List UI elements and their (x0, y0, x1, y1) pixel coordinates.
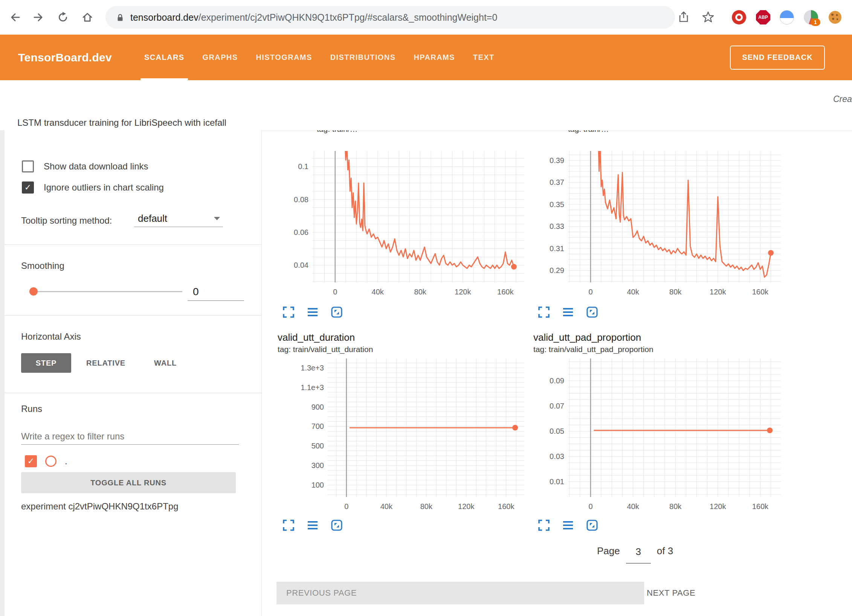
y-tick-label: 0.07 (550, 402, 564, 410)
toggle-all-runs-button[interactable]: TOGGLE ALL RUNS (21, 472, 236, 493)
smoothing-value-input[interactable]: 0 (188, 283, 244, 301)
show-download-links-row[interactable]: Show data download links (22, 160, 148, 172)
x-tick-label: 80k (669, 502, 682, 511)
tooltip-sorting-label: Tooltip sorting method: (21, 215, 112, 226)
chart-canvas[interactable]: 040k80k120k160k0.010.030.050.070.09 (542, 355, 784, 514)
page-gutter (0, 130, 5, 616)
y-tick-label: 0.06 (294, 228, 308, 236)
chart-canvas[interactable]: 040k80k120k160k0.290.310.330.350.370.39 (542, 148, 784, 299)
expand-chart-icon[interactable] (537, 305, 551, 319)
fit-domain-icon[interactable] (330, 305, 344, 319)
runs-list-icon[interactable] (561, 305, 575, 319)
run-name: . (65, 456, 67, 467)
expand-chart-icon[interactable] (281, 518, 296, 532)
tab-scalars[interactable]: SCALARS (135, 35, 193, 80)
extension-blue-icon[interactable] (780, 10, 794, 24)
gridlines (312, 151, 524, 282)
smoothing-slider-knob[interactable] (29, 287, 38, 296)
scalar-chart[interactable]: 040k80k120k160k1003005007009001.1e+31.3e… (301, 355, 527, 515)
expand-chart-icon[interactable] (537, 518, 551, 532)
experiment-description: LSTM transducer training for LibriSpeech… (17, 117, 226, 128)
x-tick-label: 120k (710, 288, 726, 296)
x-tick-label: 80k (414, 288, 427, 296)
runs-filter-input[interactable]: Write a regex to filter runs (21, 428, 239, 445)
adblock-plus-icon[interactable]: ABP (756, 10, 770, 24)
y-tick-label: 0.37 (550, 178, 564, 186)
url-bar[interactable]: tensorboard.dev/experiment/cj2vtPiwQHKN9… (105, 6, 675, 29)
truncated-created-text: Crea (833, 94, 852, 104)
chart-title: valid_utt_pad_proportion (533, 332, 641, 343)
chart-tag: tag: train/valid_utt_duration (278, 345, 373, 354)
y-tick-label: 0.03 (550, 452, 564, 460)
app-header: TensorBoard.dev SCALARSGRAPHSHISTOGRAMSD… (0, 35, 852, 80)
page-number-input[interactable]: 3 (626, 545, 651, 564)
chart-canvas[interactable]: 040k80k120k160k1003005007009001.1e+31.3e… (301, 355, 527, 514)
axis-step-button[interactable]: STEP (21, 353, 71, 373)
scalar-chart[interactable]: 040k80k120k160k0.010.030.050.070.09 (542, 355, 784, 515)
gridlines (568, 151, 781, 282)
tab-text[interactable]: TEXT (464, 35, 504, 80)
app-logo[interactable]: TensorBoard.dev (18, 51, 112, 64)
page-label: Page (597, 545, 620, 557)
final-point-dot (511, 264, 517, 270)
run-checkbox-checked-icon[interactable]: ✓ (25, 455, 37, 467)
runs-label: Runs (21, 403, 42, 415)
fit-domain-icon[interactable] (585, 305, 599, 319)
cookie-icon[interactable] (828, 10, 842, 24)
y-tick-label: 900 (311, 403, 324, 411)
x-tick-label: 160k (752, 502, 769, 511)
final-point-dot (768, 250, 774, 256)
scalar-chart[interactable]: 040k80k120k160k0.040.060.080.1 (286, 148, 527, 301)
axis-wall-button[interactable]: WALL (145, 353, 186, 373)
url-text: tensorboard.dev/experiment/cj2vtPiwQHKN9… (130, 12, 497, 23)
tab-distributions[interactable]: DISTRIBUTIONS (321, 35, 405, 80)
forward-icon[interactable] (32, 11, 44, 24)
url-domain: tensorboard.dev (130, 12, 198, 23)
tab-hparams[interactable]: HPARAMS (405, 35, 464, 80)
chart-toolbar (537, 518, 599, 532)
checkbox-checked-icon[interactable]: ✓ (22, 181, 34, 194)
ignore-outliers-row[interactable]: ✓ Ignore outliers in chart scaling (22, 181, 164, 194)
x-tick-label: 0 (588, 502, 592, 511)
final-point-dot (512, 425, 518, 430)
runs-list-icon[interactable] (561, 518, 575, 532)
y-tick-label: 0.05 (550, 427, 564, 435)
tooltip-sorting-select[interactable]: default (134, 210, 223, 227)
runs-list-icon[interactable] (305, 305, 320, 319)
profile-avatar[interactable]: 1 (804, 10, 818, 24)
divider (5, 315, 261, 316)
final-point-dot (767, 427, 773, 433)
fit-domain-icon[interactable] (330, 518, 344, 532)
home-icon[interactable] (81, 11, 94, 24)
smoothing-slider-track[interactable] (33, 291, 182, 292)
y-tick-label: 1.1e+3 (301, 383, 324, 392)
previous-page-button[interactable]: PREVIOUS PAGE (276, 582, 644, 604)
next-page-button[interactable]: NEXT PAGE (647, 582, 695, 604)
tab-histograms[interactable]: HISTOGRAMS (247, 35, 321, 80)
tooltip-sorting-value: default (138, 213, 167, 224)
checkbox-unchecked-icon[interactable] (22, 160, 34, 172)
share-icon[interactable] (677, 11, 690, 24)
expand-chart-icon[interactable] (281, 305, 296, 319)
y-tick-label: 0.01 (550, 477, 564, 486)
bookmark-star-icon[interactable] (702, 11, 715, 24)
fit-domain-icon[interactable] (585, 518, 599, 532)
clipped-chart-tag: tag: train/… (568, 130, 704, 134)
y-tick-label: 500 (311, 442, 324, 450)
y-tick-label: 0.08 (294, 195, 308, 204)
y-tick-label: 0.04 (294, 261, 308, 269)
chart-canvas[interactable]: 040k80k120k160k0.040.060.080.1 (286, 148, 527, 299)
send-feedback-button[interactable]: SEND FEEDBACK (730, 46, 825, 70)
extension-red-icon[interactable] (732, 10, 746, 24)
run-list-item[interactable]: ✓ . (25, 455, 67, 468)
scalar-chart[interactable]: 040k80k120k160k0.290.310.330.350.370.39 (542, 148, 784, 301)
y-tick-label: 100 (311, 481, 324, 489)
tab-graphs[interactable]: GRAPHS (193, 35, 247, 80)
runs-list-icon[interactable] (305, 518, 320, 532)
reload-icon[interactable] (56, 11, 69, 24)
x-tick-label: 80k (420, 502, 433, 511)
axis-relative-button[interactable]: RELATIVE (78, 353, 134, 373)
chevron-down-icon (214, 217, 220, 220)
back-icon[interactable] (9, 11, 22, 24)
x-tick-label: 120k (710, 502, 726, 511)
